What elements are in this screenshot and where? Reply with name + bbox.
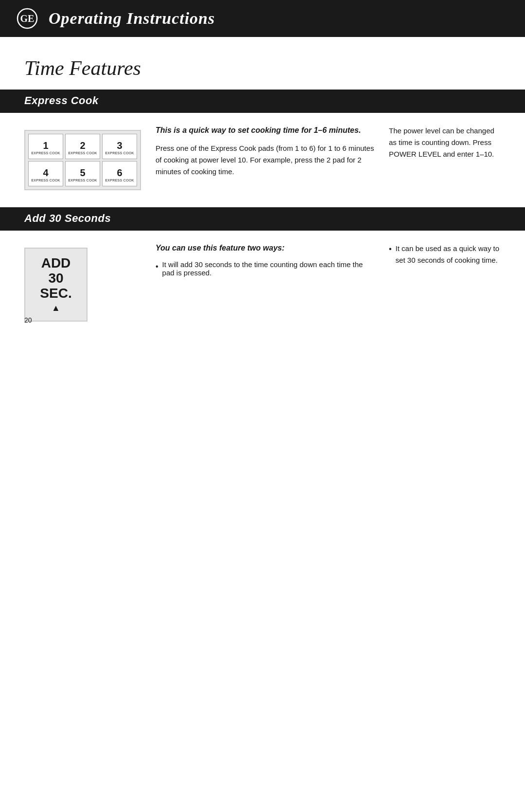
pad-key-3-label: EXPRESS COOK (105, 151, 134, 155)
header-title: Operating Instructions (49, 9, 215, 28)
add30-middle-text: You can use this feature two ways: • It … (156, 243, 374, 322)
add30-right-text: • It can be used as a quick way to set 3… (389, 243, 501, 322)
svg-text:GE: GE (20, 13, 35, 24)
header-bar: GE Operating Instructions (0, 0, 525, 37)
express-cook-header: Express Cook (0, 90, 525, 112)
pad-key-3: 3 EXPRESS COOK (102, 134, 137, 159)
pad-key-2-number: 2 (80, 141, 85, 150)
express-cook-section: Express Cook 1 EXPRESS COOK 2 EXPRESS CO… (0, 90, 525, 207)
bullet-dot-1: • (156, 260, 158, 273)
pad-key-2-label: EXPRESS COOK (68, 151, 97, 155)
add30-content: ADD30 SEC. ▲ You can use this feature tw… (0, 231, 525, 339)
pad-key-6-label: EXPRESS COOK (105, 179, 134, 182)
page-title: Time Features (0, 52, 525, 90)
pad-key-6-number: 6 (117, 168, 122, 178)
pad-key-5-label: EXPRESS COOK (68, 179, 97, 182)
add30-bullet2: • It can be used as a quick way to set 3… (389, 243, 501, 266)
add30-intro: You can use this feature two ways: (156, 243, 374, 253)
pad-key-1: 1 EXPRESS COOK (28, 134, 63, 159)
express-cook-content: 1 EXPRESS COOK 2 EXPRESS COOK 3 EXPRESS … (0, 113, 525, 207)
pad-key-2: 2 EXPRESS COOK (65, 134, 100, 159)
express-cook-right-para: The power level can be changed as time i… (389, 125, 501, 160)
express-cook-pad-grid: 1 EXPRESS COOK 2 EXPRESS COOK 3 EXPRESS … (24, 130, 141, 190)
pad-key-5: 5 EXPRESS COOK (65, 161, 100, 186)
express-cook-title: Express Cook (24, 94, 99, 107)
express-cook-body: Press one of the Express Cook pads (from… (156, 143, 374, 178)
pad-key-1-number: 1 (43, 141, 48, 150)
add30-bullet1: • It will add 30 seconds to the time cou… (156, 260, 374, 277)
bullet-dot-2: • (389, 243, 392, 255)
pad-key-6: 6 EXPRESS COOK (102, 161, 137, 186)
express-cook-pad-area: 1 EXPRESS COOK 2 EXPRESS COOK 3 EXPRESS … (24, 130, 141, 190)
add30-pad-area: ADD30 SEC. ▲ (24, 248, 141, 322)
page-wrapper: GE Operating Instructions Time Features … (0, 0, 525, 339)
page-number: 20 (24, 316, 32, 324)
add30-bullet2-text: It can be used as a quick way to set 30 … (396, 243, 501, 266)
pad-key-5-number: 5 (80, 168, 85, 178)
pad-key-1-label: EXPRESS COOK (31, 151, 60, 155)
pad-key-4: 4 EXPRESS COOK (28, 161, 63, 186)
add30-key: ADD30 SEC. ▲ (24, 248, 88, 322)
express-cook-body-text: Press one of the Express Cook pads (from… (156, 143, 374, 178)
add30-key-line1: ADD30 SEC. (35, 256, 77, 301)
add30-header: Add 30 Seconds (0, 207, 525, 230)
express-cook-right-text: The power level can be changed as time i… (389, 125, 501, 190)
add30-key-arrow-icon: ▲ (52, 303, 60, 313)
pad-key-4-label: EXPRESS COOK (31, 179, 60, 182)
pad-key-4-number: 4 (43, 168, 48, 178)
express-cook-middle-text: This is a quick way to set cooking time … (156, 125, 374, 190)
ge-logo-icon: GE (15, 6, 40, 31)
express-cook-intro: This is a quick way to set cooking time … (156, 125, 374, 136)
add30-title: Add 30 Seconds (24, 212, 111, 224)
add30-section: Add 30 Seconds ADD30 SEC. ▲ You can use … (0, 207, 525, 339)
add30-bullet1-text: It will add 30 seconds to the time count… (162, 260, 374, 277)
pad-key-3-number: 3 (117, 141, 122, 150)
